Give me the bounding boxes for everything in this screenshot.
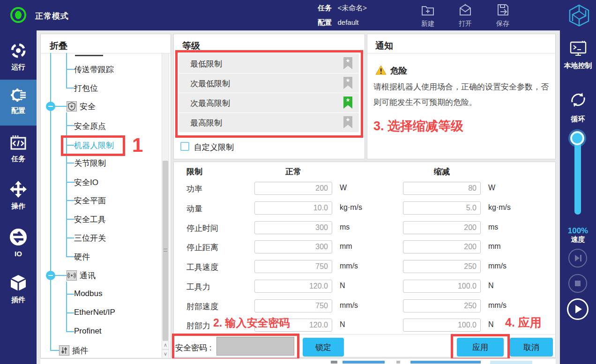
reduced-input-tool-speed[interactable]: [403, 260, 481, 273]
annotation-box-3: [175, 50, 363, 138]
local-control-button[interactable]: [570, 41, 587, 59]
tree-panel-title[interactable]: 折叠: [50, 40, 67, 52]
task-row: 任务 <未命名>: [318, 4, 367, 13]
tree-tick: [66, 163, 74, 163]
tree-scrollbar-thumb[interactable]: [163, 161, 168, 341]
save-button-top[interactable]: 保存: [486, 3, 519, 28]
tree-item-joint-limits[interactable]: 关节限制: [74, 158, 106, 169]
step-button[interactable]: [568, 249, 587, 267]
nav-item-operate-label: 操作: [0, 202, 37, 211]
tree-item-safety-io[interactable]: 安全IO: [74, 177, 98, 188]
reduced-input-elbow-speed[interactable]: [403, 299, 481, 312]
tree-scroll-down-button[interactable]: ∨: [162, 349, 169, 358]
unit-label: mm: [488, 242, 501, 251]
reduced-input-stop-time[interactable]: [403, 221, 481, 234]
limit-row-name: 工具力: [186, 282, 210, 292]
lock-button[interactable]: 锁定: [303, 338, 344, 357]
limits-header-limit: 限制: [186, 166, 202, 177]
normal-input-tool-speed[interactable]: [254, 260, 332, 273]
unit-label: W: [488, 184, 495, 192]
unit-label: mm/s: [488, 262, 507, 270]
tree-item-hardware[interactable]: 硬件: [74, 252, 90, 262]
nav-item-io[interactable]: IO: [0, 228, 37, 258]
right-bar: 本地控制 循环 100% 速度: [560, 30, 596, 364]
tree-tick: [66, 69, 74, 70]
tree-tick: [66, 238, 74, 238]
reduced-input-tool-force[interactable]: [403, 280, 481, 293]
tree-line-group-b: [66, 112, 67, 257]
play-button[interactable]: [567, 298, 589, 320]
normal-input-tool-force[interactable]: [254, 280, 332, 293]
limit-row-name: 肘部速度: [186, 301, 218, 312]
unit-label: mm/s: [340, 262, 358, 270]
reduced-input-momentum[interactable]: [403, 201, 481, 215]
speed-slider-knob[interactable]: [570, 131, 584, 145]
config-value: default: [337, 18, 358, 26]
tree-tick: [66, 312, 74, 313]
config-label: 配置: [318, 18, 332, 26]
normal-input-elbow-speed[interactable]: [254, 299, 332, 312]
cancel-button[interactable]: 取消: [510, 338, 553, 357]
tree-tick: [66, 219, 74, 220]
left-nav: 运行 配置 任务: [0, 30, 37, 364]
collapse-toggle-safety[interactable]: [46, 102, 55, 111]
speed-value: 100%: [560, 226, 596, 236]
nav-item-run-label: 运行: [0, 63, 37, 72]
normal-input-momentum[interactable]: [254, 201, 332, 215]
tree-content: 传送带跟踪 打包位 安全 安全原点 机器人限制 关节限制 安全IO 安全平面 安…: [40, 53, 161, 357]
stop-button[interactable]: [568, 274, 587, 293]
scrollbar-grip: [164, 249, 167, 252]
normal-input-power[interactable]: [254, 182, 332, 195]
tree-item-safety-tool[interactable]: 安全工具: [74, 214, 106, 225]
reduced-input-power[interactable]: [403, 182, 481, 195]
tree-line-root: [50, 53, 51, 351]
tree-item-profinet[interactable]: Profinet: [74, 327, 102, 336]
reduced-input-stop-distance[interactable]: [403, 240, 481, 253]
nav-item-operate[interactable]: 操作: [0, 180, 37, 211]
normal-input-stop-distance[interactable]: [254, 240, 332, 253]
annotation-box-1: [61, 135, 125, 156]
custom-limit-checkbox[interactable]: [180, 142, 189, 151]
cycle-button[interactable]: [567, 89, 589, 112]
speed-slider-track[interactable]: [574, 139, 581, 215]
tree-item-comm[interactable]: 通讯: [80, 270, 96, 281]
tree-item-conveyor[interactable]: 传送带跟踪: [74, 64, 114, 75]
tree-item-safe-home[interactable]: 安全原点: [74, 121, 106, 132]
nav-item-run[interactable]: 运行: [0, 42, 37, 72]
unit-label: N: [340, 282, 345, 290]
limits-header-normal: 正常: [254, 166, 332, 177]
tree-tick: [55, 275, 67, 276]
unit-label: ms: [488, 223, 498, 231]
tree-item-three-pos[interactable]: 三位开关: [74, 233, 106, 244]
unit-label: kg·m/s: [340, 203, 362, 212]
tree-item-safety-plane[interactable]: 安全平面: [74, 195, 106, 206]
new-button[interactable]: 新建: [411, 3, 444, 28]
tree-item-packing[interactable]: 打包位: [74, 83, 98, 94]
tree-item-ethernet-ip[interactable]: EtherNet/IP: [74, 308, 115, 317]
unit-label: N: [488, 320, 494, 329]
tree-scroll-up-button[interactable]: ∧: [162, 341, 169, 349]
normal-input-stop-time[interactable]: [254, 221, 332, 234]
nav-item-task-label: 任务: [0, 155, 37, 163]
tree-tick: [66, 331, 74, 332]
tree-item-plugin[interactable]: 插件: [72, 345, 88, 356]
annotation-box-2: [172, 334, 299, 360]
annotation-step-1: 1: [132, 134, 143, 156]
config-row: 配置 default: [318, 18, 359, 27]
nav-item-config[interactable]: 配置: [0, 86, 37, 115]
collapse-toggle-comm[interactable]: [46, 271, 55, 280]
status-text-fragment: [343, 361, 385, 364]
reduced-input-elbow-force[interactable]: [403, 319, 481, 332]
tree-item-safety[interactable]: 安全: [80, 101, 96, 112]
nav-item-io-label: IO: [0, 250, 37, 258]
speed-label: 速度: [560, 235, 596, 244]
tree-item-clipped[interactable]: [75, 53, 103, 56]
nav-item-plugin[interactable]: 插件: [0, 274, 37, 305]
notice-panel-title: 通知: [375, 40, 393, 52]
unit-label: W: [340, 184, 347, 192]
tree-item-modbus[interactable]: Modbus: [74, 289, 102, 298]
limit-row-name: 肘部力: [186, 320, 210, 331]
nav-item-task[interactable]: 任务: [0, 135, 37, 163]
run-icon: [10, 42, 27, 59]
open-button[interactable]: 打开: [449, 3, 482, 28]
